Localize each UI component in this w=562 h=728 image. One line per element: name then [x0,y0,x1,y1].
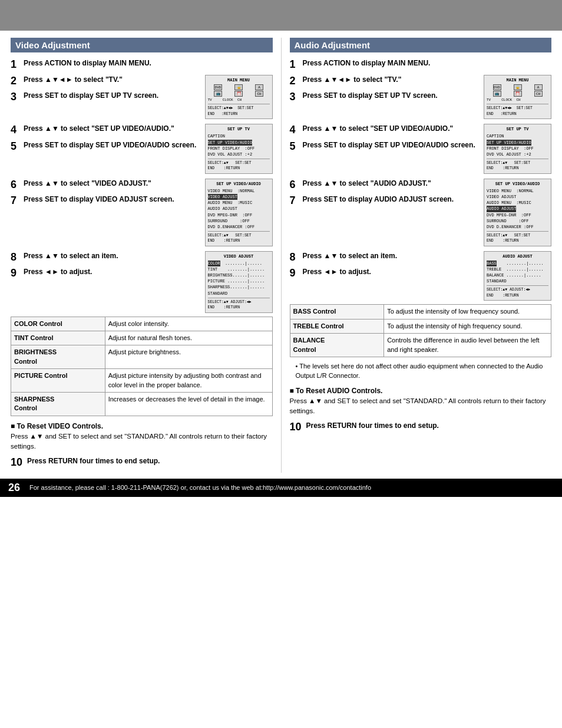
audio-setup-video-audio-highlight: SET UP VIDEO/AUDIO [487,140,531,146]
video-step-1: 1 Press ACTION to display MAIN MENU. [11,58,273,71]
audio-controls-table: BASS Control To adjust the intensity of … [290,304,552,357]
video-step-5-number: 5 [11,140,24,153]
video-step-10-text: Press RETURN four times to end setup. [27,456,273,466]
audio-step-9-number: 9 [290,267,303,280]
bottom-bar: 26 For assistance, please call : 1-800-2… [0,479,562,497]
video-steps-8-9-text: 8 Press ▲▼ to select an item. 9 Press ◄►… [11,251,201,284]
video-step-7-number: 7 [11,195,24,207]
video-section-title: Video Adjustment [15,40,90,50]
table-row: SHARPNESSControl Increases or decreases … [11,392,273,416]
audio-section-header: Audio Adjustment [290,38,552,52]
audio-steps-8-9: 8 Press ▲▼ to select an item. 9 Press ◄►… [290,251,552,301]
video-section-header: Video Adjustment [11,38,273,52]
video-step-9-text: Press ◄► to adjust. [24,267,201,277]
control-name-tint: TINT Control [11,331,105,345]
audio-step-6-text: Press ▲▼ to select "AUDIO ADJUST." [303,179,481,189]
audio-lang-icon: A [534,84,543,90]
video-controls-table: COLOR Control Adjust color intensity. TI… [11,317,273,416]
control-name-bass: BASS Control [290,305,384,319]
video-main-menu-screen: MAIN MENU DVD 🔒 A 📺 ⏰ CH TV CLOCK CH SEL… [205,75,273,120]
audio-step-8-number: 8 [290,251,303,264]
control-desc-tint: Adjust for natural flesh tones. [105,331,272,345]
video-adjustment-column: Video Adjustment 1 Press ACTION to displ… [11,38,273,473]
video-step-6-number: 6 [11,179,24,192]
table-row: PICTURE Control Adjust picture intensity… [11,369,273,393]
audio-step-2-text: Press ▲▼◄► to select "TV." [303,75,481,85]
audio-setup-tv-box: SET UP TV CAPTION SET UP VIDEO/AUDIO FRO… [484,124,551,174]
dvd-icon: DVD [214,84,222,90]
audio-adjustment-column: Audio Adjustment 1 Press ACTION to displ… [290,38,552,473]
audio-step-3: 3 Press SET to display SET UP TV screen. [290,91,481,104]
audio-step-10-number: 10 [290,421,306,434]
audio-adjust-box: AUDIO ADJUST BASS ........|...... TREBLE… [484,251,551,301]
audio-step-4: 4 Press ▲▼ to select "SET UP VIDEO/AUDIO… [290,124,481,137]
ch-icon: CH [255,91,263,97]
audio-steps-8-9-text: 8 Press ▲▼ to select an item. 9 Press ◄►… [290,251,481,284]
control-name-balance: BALANCEControl [290,334,384,357]
video-setup-tv-box: SET UP TV CAPTION SET UP VIDEO/AUDIO FRO… [205,124,273,174]
audio-step-1-text: Press ACTION to display MAIN MENU. [303,58,552,68]
video-step-6-text: Press ▲▼ to select "VIDEO ADJUST." [24,179,201,189]
lock-icon: 🔒 [234,84,243,90]
control-desc-brightness: Adjust picture brightness. [105,345,272,369]
video-setup-tv-screen: SET UP TV CAPTION SET UP VIDEO/AUDIO FRO… [205,124,273,174]
video-step-4-text: Press ▲▼ to select "SET UP VIDEO/AUDIO." [24,124,201,134]
video-reset-text: Press ▲▼ and SET to select and set "STAN… [11,431,273,452]
video-steps-4-5: 4 Press ▲▼ to select "SET UP VIDEO/AUDIO… [11,124,273,174]
video-step-1-text: Press ACTION to display MAIN MENU. [24,58,273,68]
video-step-8: 8 Press ▲▼ to select an item. [11,251,201,264]
audio-step-8-text: Press ▲▼ to select an item. [303,251,481,261]
control-desc-color: Adjust color intensity. [105,317,272,331]
video-step-10-number: 10 [11,456,27,469]
video-reset-title: To Reset VIDEO Controls. [11,421,273,431]
video-steps-6-7: 6 Press ▲▼ to select "VIDEO ADJUST." 7 P… [11,179,273,246]
audio-main-menu-screen: MAIN MENU DVD 🔒 A 📺 ⏰ CH TV CLOCK CH SEL… [484,75,551,120]
control-name-color: COLOR Control [11,317,105,331]
audio-reset-text: Press ▲▼ and SET to select and set "STAN… [290,396,552,417]
video-step-3-number: 3 [11,91,24,104]
clock-icon: ⏰ [234,91,243,97]
video-step-7-text: Press SET to display VIDEO ADJUST screen… [24,195,201,205]
video-step-8-number: 8 [11,251,24,264]
page-number: 26 [8,482,25,494]
video-step-3: 3 Press SET to display SET UP TV screen. [11,91,201,104]
control-name-treble: TREBLE Control [290,319,384,333]
table-row: TINT Control Adjust for natural flesh to… [11,331,273,345]
table-row: BRIGHTNESSControl Adjust picture brightn… [11,345,273,369]
tv-icon: 📺 [214,91,222,97]
table-row: BASS Control To adjust the intensity of … [290,305,551,319]
audio-step-5: 5 Press SET to display SET UP VIDEO/AUDI… [290,140,481,153]
audio-step-7: 7 Press SET to display AUDIO ADJUST scre… [290,195,481,207]
video-main-menu-box: MAIN MENU DVD 🔒 A 📺 ⏰ CH TV CLOCK CH SEL… [205,75,273,120]
video-step-2: 2 Press ▲▼◄► to select "TV." [11,75,201,88]
video-step-8-text: Press ▲▼ to select an item. [24,251,201,261]
video-step-2-text: Press ▲▼◄► to select "TV." [24,75,201,85]
audio-step-1-number: 1 [290,58,303,71]
video-steps-2-3-text: 2 Press ▲▼◄► to select "TV." 3 Press SET… [11,75,201,107]
table-row: BALANCEControl Controls the difference i… [290,334,551,357]
control-desc-picture: Adjust picture intensity by adjusting bo… [105,369,272,393]
audio-steps-6-7-text: 6 Press ▲▼ to select "AUDIO ADJUST." 7 P… [290,179,481,211]
video-steps-2-3: 2 Press ▲▼◄► to select "TV." 3 Press SET… [11,75,273,120]
audio-setup-video-audio-screen: SET UP VIDEO/AUDIO VIDEO MENU :NORMAL VI… [484,179,551,246]
audio-note: The levels set here do not affect other … [290,362,552,381]
control-desc-balance: Controls the difference in audio level b… [384,334,551,357]
video-steps-6-7-text: 6 Press ▲▼ to select "VIDEO ADJUST." 7 P… [11,179,201,211]
audio-step-6: 6 Press ▲▼ to select "AUDIO ADJUST." [290,179,481,192]
table-row: TREBLE Control To adjust the intensity o… [290,319,551,333]
audio-steps-4-5-text: 4 Press ▲▼ to select "SET UP VIDEO/AUDIO… [290,124,481,156]
audio-dvd-icon: DVD [493,84,501,90]
audio-setup-tv-screen: SET UP TV CAPTION SET UP VIDEO/AUDIO FRO… [484,124,551,174]
audio-setup-video-audio-box: SET UP VIDEO/AUDIO VIDEO MENU :NORMAL VI… [484,179,551,246]
audio-steps-2-3-text: 2 Press ▲▼◄► to select "TV." 3 Press SET… [290,75,481,107]
bass-highlight: BASS [487,261,497,266]
video-step-6: 6 Press ▲▼ to select "VIDEO ADJUST." [11,179,201,192]
footer-text: For assistance, please call : 1-800-211-… [29,484,371,491]
audio-reset-section: To Reset AUDIO Controls. Press ▲▼ and SE… [290,386,552,417]
top-bar [0,0,562,31]
audio-steps-4-5: 4 Press ▲▼ to select "SET UP VIDEO/AUDIO… [290,124,552,174]
audio-step-5-text: Press SET to display SET UP VIDEO/AUDIO … [303,140,481,150]
audio-clock-icon: ⏰ [514,91,522,97]
audio-steps-6-7: 6 Press ▲▼ to select "AUDIO ADJUST." 7 P… [290,179,552,246]
video-step-4-number: 4 [11,124,24,137]
